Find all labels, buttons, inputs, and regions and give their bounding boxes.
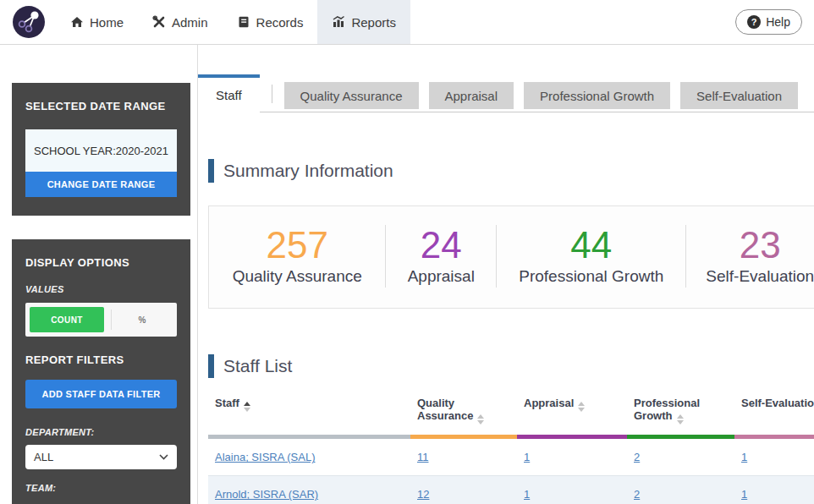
book-icon [237, 15, 250, 29]
nav-item-records[interactable]: Records [223, 0, 318, 44]
nav-item-admin[interactable]: Admin [138, 0, 223, 44]
help-button[interactable]: ? Help [735, 9, 802, 35]
date-range-panel: SELECTED DATE RANGE SCHOOL YEAR:2020-202… [12, 83, 190, 216]
nav-item-reports[interactable]: Reports [317, 0, 410, 44]
chevron-down-icon [159, 454, 168, 460]
question-icon: ? [747, 15, 761, 29]
molecule-logo-icon [12, 5, 46, 39]
nav-label: Reports [351, 15, 396, 30]
self-evaluation-count-link[interactable]: 1 [741, 451, 747, 463]
report-filters-title: REPORT FILTERS [25, 353, 177, 366]
main-nav: Home Admin Records Reports [56, 0, 410, 44]
app-logo[interactable] [0, 0, 56, 44]
help-label: Help [766, 15, 790, 29]
tab-self-evaluation[interactable]: Self-Evaluation [680, 82, 798, 109]
page-body: SELECTED DATE RANGE SCHOOL YEAR:2020-202… [0, 45, 814, 504]
stat-value: 23 [740, 225, 781, 266]
heading-accent-bar [208, 354, 214, 378]
stat-label: Self-Evaluation [706, 267, 814, 286]
heading-accent-bar [208, 159, 214, 183]
main-content: Staff Quality Assurance Appraisal Profes… [197, 45, 814, 504]
department-selected-value: ALL [34, 451, 53, 463]
values-toggle: COUNT % [25, 303, 177, 337]
nav-item-home[interactable]: Home [56, 0, 138, 44]
department-select[interactable]: ALL [25, 445, 177, 469]
home-icon [70, 15, 84, 29]
professional-growth-count-link[interactable]: 2 [634, 488, 640, 501]
stat-value: 44 [570, 225, 612, 266]
change-date-range-button[interactable]: CHANGE DATE RANGE [25, 172, 177, 197]
report-tabs: Staff Quality Assurance Appraisal Profes… [198, 74, 814, 112]
nav-label: Home [90, 15, 124, 30]
quality-assurance-count-link[interactable]: 11 [417, 451, 429, 463]
stat-value: 257 [267, 225, 328, 266]
nav-label: Records [256, 15, 304, 30]
sort-icon [477, 414, 484, 425]
self-evaluation-count-link[interactable]: 1 [741, 488, 747, 501]
sort-icon [244, 402, 250, 412]
top-navbar: Home Admin Records Reports [0, 0, 814, 45]
stat-professional-growth: 44 Professional Growth [497, 225, 686, 288]
staff-list-heading: Staff List [208, 354, 814, 378]
tab-content: Summary Information 257 Quality Assuranc… [198, 159, 814, 504]
stat-label: Quality Assurance [233, 267, 362, 286]
table-row: Alaina; SISRA (SAL) 11 1 2 1 [208, 437, 814, 476]
summary-heading: Summary Information [208, 159, 814, 183]
date-range-title: SELECTED DATE RANGE [25, 100, 177, 112]
column-label: Appraisal [524, 397, 574, 409]
staff-list-table: Staff Quality Assurance Appraisal Profes… [208, 392, 814, 504]
tab-quality-assurance[interactable]: Quality Assurance [284, 82, 419, 109]
appraisal-count-link[interactable]: 1 [524, 488, 530, 501]
column-header-self-evaluation[interactable]: Self-Evaluation [734, 392, 814, 437]
stat-quality-assurance: 257 Quality Assurance [209, 225, 386, 288]
stat-label: Appraisal [408, 267, 475, 286]
chart-icon [332, 15, 345, 29]
stat-label: Professional Growth [519, 267, 663, 286]
summary-title: Summary Information [223, 161, 393, 181]
percent-toggle-button[interactable]: % [112, 315, 173, 325]
column-header-quality-assurance[interactable]: Quality Assurance [410, 392, 517, 437]
sort-icon [578, 402, 585, 412]
column-label: Quality Assurance [417, 397, 473, 422]
values-label: VALUES [25, 284, 177, 294]
sidebar: SELECTED DATE RANGE SCHOOL YEAR:2020-202… [0, 45, 190, 504]
sort-icon [677, 414, 684, 425]
professional-growth-count-link[interactable]: 2 [634, 451, 640, 463]
stat-value: 24 [421, 225, 462, 266]
selected-date-range-value: SCHOOL YEAR:2020-2021 [25, 129, 177, 172]
stat-self-evaluation: 23 Self-Evaluation [686, 225, 814, 288]
column-label: Staff [215, 397, 239, 409]
display-options-title: DISPLAY OPTIONS [25, 256, 177, 269]
column-header-professional-growth[interactable]: Professional Growth [627, 392, 734, 437]
column-header-staff[interactable]: Staff [208, 392, 410, 437]
department-label: DEPARTMENT: [25, 427, 177, 437]
quality-assurance-count-link[interactable]: 12 [417, 488, 429, 501]
team-label: TEAM: [25, 483, 177, 493]
stat-appraisal: 24 Appraisal [386, 225, 497, 288]
count-toggle-button[interactable]: COUNT [30, 307, 104, 332]
tab-staff[interactable]: Staff [198, 74, 260, 112]
display-options-panel: DISPLAY OPTIONS VALUES COUNT % REPORT FI… [12, 239, 190, 504]
appraisal-count-link[interactable]: 1 [524, 451, 530, 463]
staff-link[interactable]: Arnold; SISRA (SAR) [215, 488, 318, 501]
nav-label: Admin [172, 15, 208, 30]
tools-icon [152, 15, 166, 29]
column-label: Self-Evaluation [741, 397, 814, 409]
summary-stats-panel: 257 Quality Assurance 24 Appraisal 44 Pr… [208, 205, 814, 309]
tab-divider [272, 85, 272, 103]
column-header-appraisal[interactable]: Appraisal [517, 392, 627, 437]
table-row: Arnold; SISRA (SAR) 12 1 2 1 [208, 476, 814, 504]
tab-professional-growth[interactable]: Professional Growth [524, 82, 670, 109]
tab-appraisal[interactable]: Appraisal [429, 82, 514, 109]
column-label: Professional Growth [634, 397, 700, 422]
staff-link[interactable]: Alaina; SISRA (SAL) [215, 451, 316, 463]
staff-list-title: Staff List [223, 356, 292, 376]
add-staff-data-filter-button[interactable]: ADD STAFF DATA FILTER [25, 380, 177, 408]
